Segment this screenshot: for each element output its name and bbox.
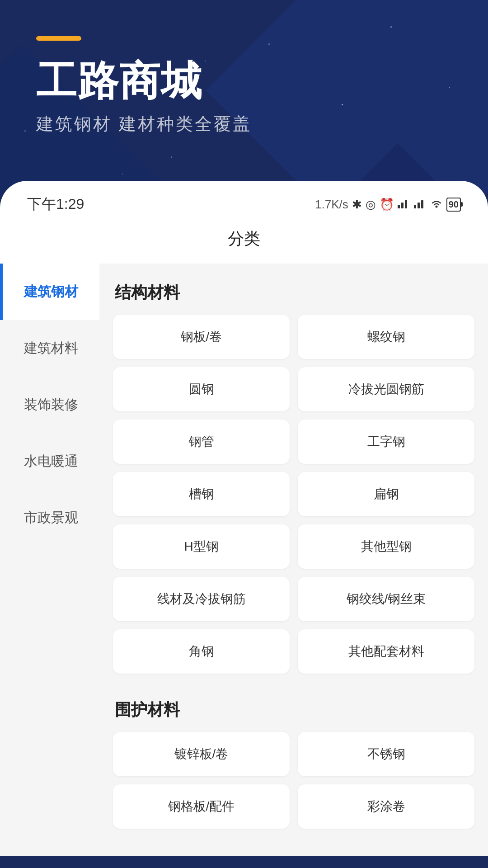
page-title: 分类 (0, 219, 488, 264)
svg-rect-5 (421, 200, 423, 208)
orange-accent-bar (36, 36, 81, 41)
item-color-coated[interactable]: 彩涂卷 (298, 784, 474, 829)
item-steel-grating[interactable]: 钢格板/配件 (113, 784, 290, 829)
item-angle-steel[interactable]: 角钢 (113, 629, 290, 674)
svg-rect-4 (418, 203, 420, 208)
app-subtitle: 建筑钢材 建材种类全覆盖 (36, 113, 452, 136)
phone-card: 下午1:29 1.7K/s ✱ ◎ ⏰ 90 分类 (0, 181, 488, 856)
item-stainless-steel[interactable]: 不锈钢 (298, 732, 474, 776)
category-layout: 建筑钢材 建筑材料 装饰装修 水电暖通 市政景观 结构材料 钢板/卷 螺纹钢 圆… (0, 264, 488, 856)
wifi-icon (430, 198, 443, 212)
item-accessories[interactable]: 其他配套材料 (298, 629, 474, 674)
enclosure-items-grid: 镀锌板/卷 不锈钢 钢格板/配件 彩涂卷 (113, 732, 474, 829)
vpn-icon: ◎ (366, 198, 376, 212)
section-divider (113, 687, 474, 694)
item-galvanized-plate[interactable]: 镀锌板/卷 (113, 732, 290, 776)
structural-items-grid: 钢板/卷 螺纹钢 圆钢 冷拔光圆钢筋 钢管 工字钢 槽钢 扁钢 H型钢 其他型钢… (113, 315, 474, 674)
item-rebar[interactable]: 螺纹钢 (298, 315, 474, 359)
item-channel-steel[interactable]: 槽钢 (113, 472, 290, 516)
svg-rect-1 (401, 203, 404, 208)
item-steel-plate[interactable]: 钢板/卷 (113, 315, 290, 359)
network-speed: 1.7K/s (315, 198, 348, 212)
item-h-beam[interactable]: H型钢 (113, 524, 290, 569)
section-title-enclosure: 围护材料 (113, 699, 474, 721)
item-other-profiles[interactable]: 其他型钢 (298, 524, 474, 569)
alarm-icon: ⏰ (380, 198, 394, 212)
bluetooth-icon: ✱ (352, 198, 362, 212)
signal2-icon (414, 198, 427, 212)
item-wire-rod[interactable]: 线材及冷拔钢筋 (113, 577, 290, 621)
svg-rect-0 (398, 205, 400, 208)
item-round-steel[interactable]: 圆钢 (113, 367, 290, 411)
app-title: 工路商城 (36, 59, 452, 104)
sidebar-item-hvac[interactable]: 水电暖通 (0, 433, 99, 490)
sidebar-item-decoration[interactable]: 装饰装修 (0, 377, 99, 433)
status-time: 下午1:29 (27, 194, 84, 214)
status-icons: 1.7K/s ✱ ◎ ⏰ 90 (315, 198, 461, 212)
section-title-structural: 结构材料 (113, 282, 474, 304)
sidebar: 建筑钢材 建筑材料 装饰装修 水电暖通 市政景观 (0, 264, 99, 856)
header: 工路商城 建筑钢材 建材种类全覆盖 (0, 0, 488, 163)
battery-icon: 90 (446, 198, 461, 212)
item-cold-drawn[interactable]: 冷拔光圆钢筋 (298, 367, 474, 411)
status-bar: 下午1:29 1.7K/s ✱ ◎ ⏰ 90 (0, 181, 488, 219)
svg-rect-2 (405, 200, 407, 208)
content-area: 结构材料 钢板/卷 螺纹钢 圆钢 冷拔光圆钢筋 钢管 工字钢 槽钢 扁钢 H型钢… (99, 264, 488, 856)
signal1-icon (398, 198, 410, 212)
item-steel-pipe[interactable]: 钢管 (113, 420, 290, 464)
item-steel-strand[interactable]: 钢绞线/钢丝束 (298, 577, 474, 621)
svg-rect-3 (414, 205, 416, 208)
item-flat-steel[interactable]: 扁钢 (298, 472, 474, 516)
sidebar-item-construction-steel[interactable]: 建筑钢材 (0, 264, 99, 320)
item-i-beam[interactable]: 工字钢 (298, 420, 474, 464)
sidebar-item-building-materials[interactable]: 建筑材料 (0, 320, 99, 377)
svg-point-6 (435, 205, 437, 208)
sidebar-item-municipal[interactable]: 市政景观 (0, 490, 99, 546)
